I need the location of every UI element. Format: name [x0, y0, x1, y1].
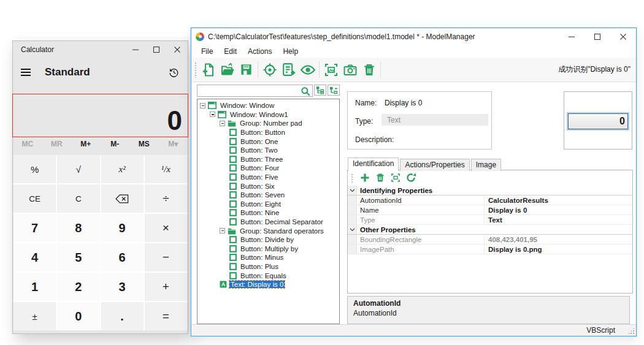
key-divide[interactable]: ÷	[145, 184, 187, 213]
key-three[interactable]: 3	[101, 273, 144, 301]
tree-item[interactable]: Button: Three	[197, 155, 339, 164]
save-model-button[interactable]	[237, 60, 256, 80]
property-value[interactable]: Text	[485, 215, 632, 224]
property-value[interactable]: Display is 0.png	[485, 245, 632, 254]
property-row[interactable]: AutomationIdCalculatorResults	[348, 195, 632, 205]
tree-item[interactable]: Button: Nine	[197, 208, 339, 218]
open-model-button[interactable]	[218, 60, 237, 80]
add-property-button[interactable]	[359, 172, 371, 184]
tree-item[interactable]: Group: Standard operators	[197, 226, 339, 235]
key-square-root[interactable]: √	[57, 155, 99, 183]
tree-item[interactable]: Button: Button	[197, 128, 339, 137]
collapse-all-button[interactable]	[328, 85, 340, 96]
key-clear[interactable]: C	[57, 184, 99, 213]
history-icon[interactable]	[168, 67, 180, 78]
expand-all-button[interactable]	[314, 85, 326, 96]
tree-item[interactable]: Button: Equals	[197, 271, 339, 280]
key-reciprocal[interactable]: ¹/x	[145, 155, 187, 183]
delete-element-button[interactable]	[359, 60, 378, 80]
key-multiply[interactable]: ×	[145, 214, 187, 242]
tree-item[interactable]: Button: Decimal Separator	[197, 218, 339, 227]
tree-item[interactable]: Window: Window1	[197, 110, 339, 119]
key-plus-minus[interactable]: ±	[13, 302, 56, 330]
key-six[interactable]: 6	[101, 243, 144, 271]
highlight-element-button[interactable]	[298, 60, 317, 80]
tree-expander-icon[interactable]	[210, 112, 215, 117]
resize-grip[interactable]	[627, 327, 635, 335]
key-minus[interactable]: −	[145, 243, 187, 271]
calculator-maximize-button[interactable]	[146, 41, 167, 58]
key-clear-entry[interactable]: CE	[13, 184, 56, 213]
tree-item-label: Button: Divide by	[239, 236, 295, 243]
key-four[interactable]: 4	[13, 243, 56, 271]
tab-actions-properties[interactable]: Actions/Properties	[400, 159, 469, 171]
add-elements-button[interactable]	[279, 60, 298, 80]
category-collapse-icon[interactable]	[348, 225, 357, 234]
tree-item[interactable]: Button: Five	[197, 173, 339, 182]
tree-item[interactable]: Button: Eight	[197, 200, 339, 209]
key-equals[interactable]: =	[145, 302, 187, 330]
menu-file[interactable]: File	[196, 46, 218, 57]
key-decimal[interactable]: .	[101, 302, 144, 330]
key-two[interactable]: 2	[57, 273, 99, 301]
new-model-button[interactable]	[199, 60, 218, 80]
take-screenshot-button[interactable]	[340, 60, 359, 80]
refresh-property-button[interactable]	[405, 172, 417, 184]
tree-item[interactable]: Button: Two	[197, 146, 339, 155]
memory-recall-button: MR	[42, 140, 72, 152]
tree-expander-icon[interactable]	[220, 228, 225, 233]
capture-image-button[interactable]	[321, 60, 340, 80]
tree-item[interactable]: Button: Six	[197, 181, 339, 191]
calculator-minimize-button[interactable]	[125, 41, 146, 58]
tree-item[interactable]: Button: One	[197, 137, 339, 146]
key-percent[interactable]: %	[13, 155, 56, 183]
key-seven[interactable]: 7	[13, 214, 56, 242]
tree-search-input[interactable]	[197, 86, 312, 97]
key-nine[interactable]: 9	[101, 214, 144, 242]
property-category-row[interactable]: Other Properties	[348, 225, 632, 235]
tree-item[interactable]: AText: Display is 0	[197, 280, 339, 289]
property-row[interactable]: BoundingRectangle408,423,401,95	[348, 235, 632, 245]
key-one[interactable]: 1	[13, 273, 56, 301]
key-square[interactable]: x²	[101, 155, 144, 183]
tree-item[interactable]: Button: Four	[197, 164, 339, 173]
tree-item[interactable]: Group: Number pad	[197, 119, 339, 128]
modelmanager-close-button[interactable]	[610, 28, 636, 45]
property-value[interactable]: 408,423,401,95	[485, 235, 632, 244]
memory-subtract-button[interactable]: M-	[101, 140, 130, 152]
spy-tool-button[interactable]	[260, 60, 279, 80]
key-zero[interactable]: 0	[57, 302, 99, 330]
tree-item[interactable]: Button: Minus	[197, 253, 339, 262]
menu-help[interactable]: Help	[277, 46, 304, 57]
key-eight[interactable]: 8	[57, 214, 99, 242]
modelmanager-maximize-button[interactable]	[585, 28, 610, 45]
tree-item[interactable]: Window: Window	[197, 101, 339, 110]
property-value[interactable]: Display is 0	[485, 205, 632, 214]
property-value[interactable]: CalculatorResults	[485, 195, 632, 205]
tree-item[interactable]: Button: Seven	[197, 191, 339, 200]
key-five[interactable]: 5	[57, 243, 99, 271]
property-row[interactable]: NameDisplay is 0	[348, 205, 632, 215]
memory-store-button[interactable]: MS	[129, 140, 159, 152]
property-row[interactable]: TypeText	[348, 215, 632, 225]
category-collapse-icon[interactable]	[348, 186, 357, 195]
tree-item[interactable]: Button: Divide by	[197, 235, 339, 245]
tree-expander-icon[interactable]	[200, 103, 205, 108]
capture-property-button[interactable]	[389, 172, 402, 184]
tab-image[interactable]: Image	[471, 159, 501, 171]
menu-actions[interactable]: Actions	[242, 46, 277, 57]
calculator-close-button[interactable]	[167, 41, 188, 58]
tree-item[interactable]: Button: Multiply by	[197, 245, 339, 254]
property-row[interactable]: ImagePathDisplay is 0.png	[348, 245, 632, 254]
property-category-row[interactable]: Identifying Properties	[348, 186, 632, 195]
delete-property-button[interactable]	[374, 172, 386, 184]
key-backspace[interactable]	[101, 184, 144, 213]
memory-add-button[interactable]: M+	[71, 140, 101, 152]
hamburger-menu-icon[interactable]	[21, 69, 31, 76]
tree-expander-icon[interactable]	[220, 121, 225, 126]
menu-edit[interactable]: Edit	[218, 46, 242, 57]
modelmanager-minimize-button[interactable]	[559, 28, 585, 45]
tree-item[interactable]: Button: Plus	[197, 262, 339, 271]
key-plus[interactable]: +	[145, 273, 187, 301]
tab-identification[interactable]: Identification	[348, 157, 399, 171]
